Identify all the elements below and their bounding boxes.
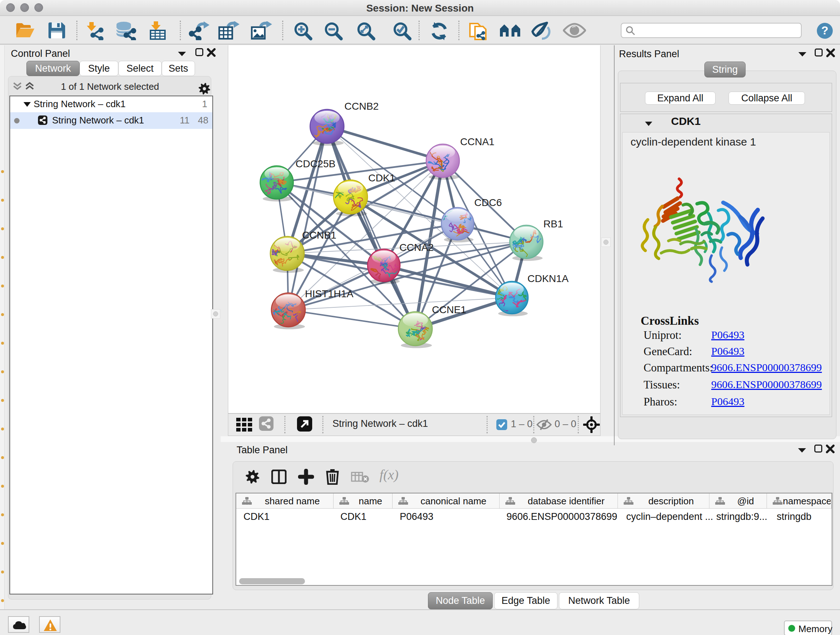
svg-text:?: ?: [821, 24, 829, 37]
svg-text:CDC25B: CDC25B: [295, 158, 335, 169]
svg-text:CCNE1: CCNE1: [432, 304, 466, 315]
svg-text:RB1: RB1: [543, 218, 563, 230]
svg-text:CCNA1: CCNA1: [460, 136, 494, 147]
svg-text:CDKN1A: CDKN1A: [527, 273, 569, 284]
svg-text:CCNB2: CCNB2: [344, 101, 379, 112]
svg-text:HIST1H1A: HIST1H1A: [305, 288, 354, 299]
svg-text:CCNB1: CCNB1: [302, 230, 336, 241]
svg-text:CDC6: CDC6: [474, 197, 502, 208]
svg-text:CDK1: CDK1: [368, 172, 395, 184]
svg-text:CCNA2: CCNA2: [399, 242, 434, 253]
